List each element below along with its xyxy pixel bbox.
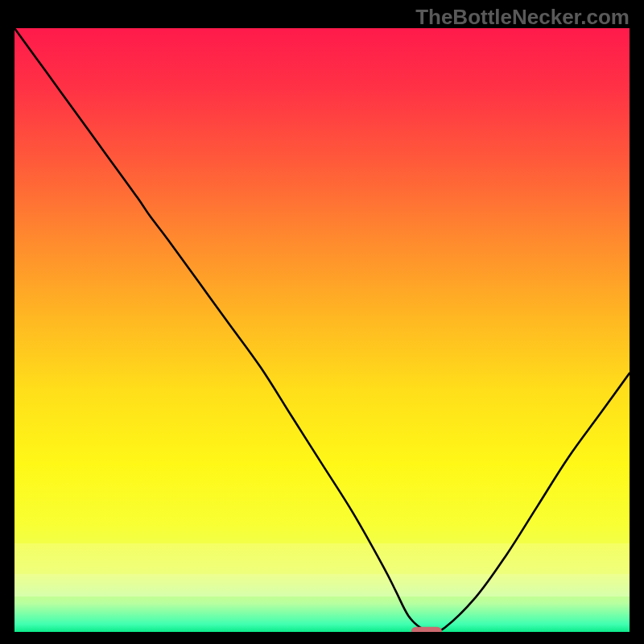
chart-frame — [14, 28, 630, 634]
pale-band-1 — [14, 543, 630, 574]
watermark-text: TheBottleNecker.com — [415, 5, 630, 30]
bottleneck-chart — [14, 28, 630, 634]
pale-band-2 — [14, 574, 630, 597]
chart-background — [14, 28, 630, 634]
